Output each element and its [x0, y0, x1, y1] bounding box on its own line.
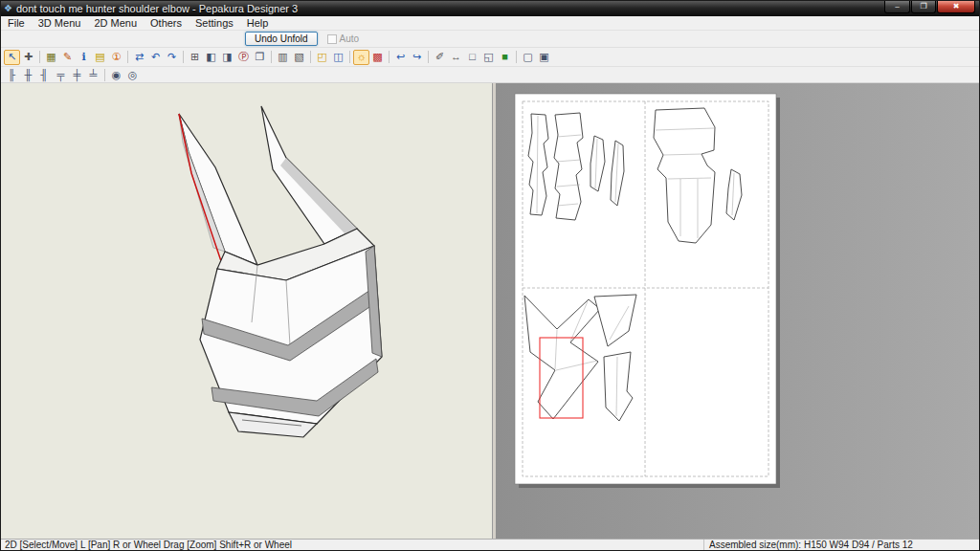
toolbar-separator	[183, 51, 184, 63]
frame-left-icon[interactable]: ◧	[203, 50, 219, 65]
statusbar-hint: 2D [Select/Move] L [Pan] R or Wheel Drag…	[1, 540, 703, 550]
auto-checkbox[interactable]	[327, 34, 337, 44]
main-toolbar: ↖✚▦✎ℹ▤①⇄↶↷⊞◧◨Ⓟ❐▥▧◰◫☼▩↩↪✐↔□◱■▢▣	[1, 48, 979, 67]
image-export-icon[interactable]: ❐	[252, 50, 268, 65]
model-3d[interactable]	[179, 106, 382, 437]
auto-checkbox-label: Auto	[340, 33, 360, 44]
menu-item-3d-menu[interactable]: 3D Menu	[32, 16, 88, 31]
check-parts-icon[interactable]: ⊞	[187, 50, 203, 65]
window-controls: – ❐ ✖	[884, 1, 975, 13]
model-3d-canvas[interactable]	[1, 83, 493, 539]
sync-views-icon[interactable]: ◉	[108, 67, 124, 82]
print-icon[interactable]: ▥	[275, 50, 291, 65]
show-3d-box-icon[interactable]: □	[464, 50, 480, 65]
paint-tool-icon[interactable]: ✎	[59, 50, 76, 65]
frame-right-icon[interactable]: ◨	[219, 50, 235, 65]
app-window: ❖ dont touch me hunter shoulder elbow - …	[0, 0, 980, 551]
print-preview-icon[interactable]: ▧	[291, 50, 307, 65]
menu-item-settings[interactable]: Settings	[189, 16, 240, 31]
align-vertical-center-icon[interactable]: ╪	[69, 67, 85, 82]
redo-icon[interactable]: ↪	[409, 50, 425, 65]
undo-icon[interactable]: ↩	[392, 50, 409, 65]
toolbar-separator	[349, 51, 350, 63]
toolbar-separator	[428, 51, 429, 63]
toolbar-separator	[310, 51, 311, 63]
print-order-icon[interactable]: ①	[108, 50, 124, 65]
pdf-export-icon[interactable]: Ⓟ	[235, 50, 252, 65]
toolbar-separator	[389, 51, 390, 63]
minimize-button[interactable]: –	[884, 1, 910, 13]
edge-pen-icon[interactable]: ✐	[432, 50, 448, 65]
menubar: File3D Menu2D MenuOthersSettingsHelp	[1, 16, 979, 31]
align-right-icon[interactable]: ╢	[36, 67, 53, 82]
edit-edge-tool-icon[interactable]: ✚	[20, 50, 36, 65]
open-folder-icon[interactable]: ◰	[314, 50, 330, 65]
zoom-sync-icon[interactable]: ◎	[124, 67, 141, 82]
view-rotation-cube-icon[interactable]: ▩	[369, 50, 386, 65]
view-3d-pane[interactable]	[1, 83, 493, 539]
measure-icon[interactable]: ↔	[448, 50, 464, 65]
menu-item-2d-menu[interactable]: 2D Menu	[87, 16, 144, 31]
pattern-2d-canvas[interactable]	[496, 83, 979, 539]
window-title: dont touch me hunter shoulder elbow - Pe…	[16, 3, 298, 14]
menu-item-others[interactable]: Others	[144, 16, 189, 31]
app-icon: ❖	[4, 4, 12, 13]
toolbar-separator	[271, 51, 272, 63]
statusbar-assembled-size: Assembled size(mm): H150 W94 D94 / Parts…	[703, 540, 979, 550]
align-left-icon[interactable]: ╟	[4, 67, 20, 82]
auto-checkbox-group: Auto	[327, 33, 360, 44]
dual-window-icon[interactable]: ▣	[536, 50, 552, 65]
show-parts-cube-icon[interactable]: ■	[497, 50, 513, 65]
menu-item-file[interactable]: File	[1, 16, 32, 31]
model-info-icon[interactable]: ℹ	[76, 50, 92, 65]
toolbar-separator	[127, 51, 128, 63]
save-file-icon[interactable]: ◫	[330, 50, 346, 65]
flip-pattern-icon[interactable]: ⇄	[131, 50, 147, 65]
toolbar-separator	[516, 51, 517, 63]
pattern-strip-2[interactable]	[554, 113, 583, 220]
statusbar: 2D [Select/Move] L [Pan] R or Wheel Drag…	[1, 539, 979, 550]
view-2d-pane[interactable]	[496, 83, 979, 539]
align-bottom-icon[interactable]: ╧	[85, 67, 101, 82]
main-content	[1, 83, 979, 539]
layout-window-icon[interactable]: ◱	[480, 50, 497, 65]
maximize-button[interactable]: ❐	[911, 1, 936, 13]
undo-unfold-button[interactable]: Undo Unfold	[245, 32, 318, 46]
align-toolbar: ╟╫╢╤╪╧◉◎	[1, 67, 979, 83]
page-setup-icon[interactable]: ▤	[92, 50, 108, 65]
close-button[interactable]: ✖	[937, 1, 975, 13]
page-sheet[interactable]	[515, 94, 776, 484]
single-window-icon[interactable]: ▢	[520, 50, 536, 65]
toolbar-separator	[104, 69, 105, 81]
unfold-toolbar: Undo Unfold Auto	[1, 31, 979, 48]
titlebar: ❖ dont touch me hunter shoulder elbow - …	[1, 1, 979, 16]
rotate-left-icon[interactable]: ↶	[147, 50, 164, 65]
texture-view-icon[interactable]: ▦	[43, 50, 59, 65]
align-horizontal-center-icon[interactable]: ╫	[20, 67, 36, 82]
menu-item-help[interactable]: Help	[240, 16, 276, 31]
align-top-icon[interactable]: ╤	[53, 67, 69, 82]
rotate-right-icon[interactable]: ↷	[164, 50, 180, 65]
toolbar-separator	[39, 51, 40, 63]
select-tool-icon[interactable]: ↖	[4, 50, 20, 65]
light-toggle-icon[interactable]: ☼	[353, 50, 369, 65]
